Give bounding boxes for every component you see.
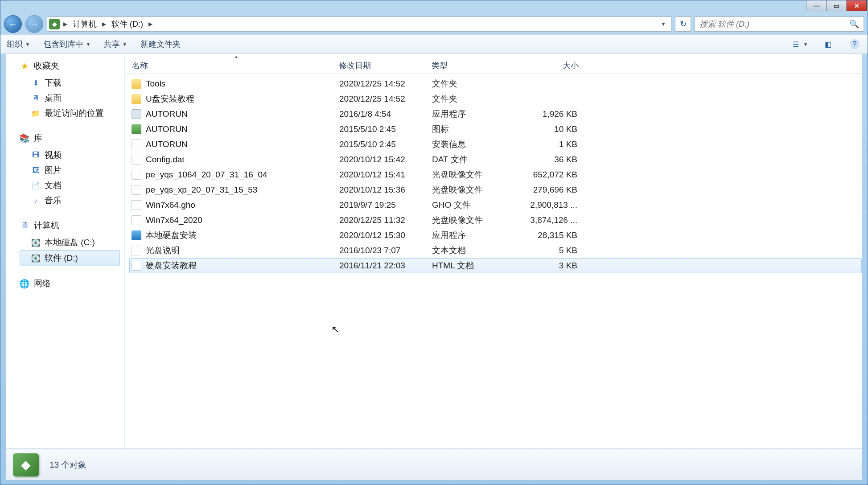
- file-size: 28,315 KB: [526, 230, 584, 240]
- favorites-label: 收藏夹: [34, 60, 59, 72]
- file-size: 3,874,126 ...: [526, 215, 584, 225]
- breadcrumb-sep-icon[interactable]: ▶: [147, 21, 154, 27]
- column-size[interactable]: 大小: [525, 60, 583, 71]
- sidebar-item-documents[interactable]: 📄文档: [20, 178, 124, 193]
- sidebar-network[interactable]: 🌐网络: [20, 278, 124, 289]
- file-size: 652,072 KB: [526, 170, 584, 180]
- titlebar[interactable]: — ▭ ✕: [0, 0, 868, 14]
- search-box[interactable]: 🔍: [695, 16, 864, 32]
- file-row[interactable]: 硬盘安装教程2016/11/21 22:03HTML 文档3 KB: [129, 258, 862, 273]
- file-name: Tools: [146, 79, 165, 89]
- navbar: ← → ◆ ▶ 计算机 ▶ 软件 (D:) ▶ ▾ ↻ 🔍: [0, 14, 868, 34]
- column-name[interactable]: 名称: [129, 60, 339, 71]
- new-folder-button[interactable]: 新建文件夹: [140, 39, 181, 49]
- file-row[interactable]: Win7x64_20202020/12/25 11:32光盘映像文件3,874,…: [129, 213, 862, 228]
- sidebar-item-videos[interactable]: 🎞视频: [20, 148, 124, 163]
- breadcrumb-drive-d[interactable]: 软件 (D:): [108, 17, 147, 31]
- sidebar-library[interactable]: 📚库: [20, 132, 124, 144]
- pictures-label: 图片: [45, 164, 62, 176]
- file-row[interactable]: 光盘说明2016/10/23 7:07文本文档5 KB: [129, 243, 862, 258]
- sidebar-item-disk-d[interactable]: 💽软件 (D:): [20, 250, 120, 266]
- maximize-button[interactable]: ▭: [827, 0, 847, 11]
- file-icon: [132, 79, 141, 89]
- include-in-library-menu[interactable]: 包含到库中▼: [43, 39, 91, 49]
- minimize-button[interactable]: —: [806, 0, 827, 11]
- file-row[interactable]: Win7x64.gho2019/9/7 19:25GHO 文件2,900,813…: [129, 197, 862, 213]
- file-name: 光盘说明: [146, 245, 180, 256]
- file-type: 文件夹: [432, 93, 526, 105]
- sidebar-item-pictures[interactable]: 🖼图片: [20, 163, 124, 178]
- file-size: 10 KB: [526, 124, 584, 134]
- file-date: 2020/12/25 14:52: [339, 94, 432, 104]
- window-buttons: — ▭ ✕: [806, 0, 867, 11]
- picture-icon: 🖼: [31, 166, 40, 175]
- file-date: 2020/10/12 15:42: [339, 155, 432, 164]
- file-row[interactable]: U盘安装教程2020/12/25 14:52文件夹: [129, 91, 862, 107]
- file-date: 2016/11/21 22:03: [339, 261, 432, 271]
- share-label: 共享: [104, 39, 120, 49]
- sidebar-item-recent[interactable]: 📁最近访问的位置: [20, 106, 124, 121]
- computer-icon: 🖥: [20, 221, 29, 230]
- file-name: Config.dat: [146, 155, 185, 164]
- sidebar-computer-group: 🖥计算机 💽本地磁盘 (C:) 💽软件 (D:): [20, 220, 124, 266]
- column-date[interactable]: 修改日期: [339, 60, 432, 71]
- file-row[interactable]: Config.dat2020/10/12 15:42DAT 文件36 KB: [129, 152, 862, 167]
- breadcrumb-sep-icon[interactable]: ▶: [100, 21, 108, 27]
- file-row[interactable]: Tools2020/12/25 14:52文件夹: [129, 76, 862, 91]
- maximize-icon: ▭: [834, 2, 839, 9]
- file-name: AUTORUN: [146, 109, 188, 119]
- file-row[interactable]: 本地硬盘安装2020/10/12 15:30应用程序28,315 KB: [129, 228, 862, 243]
- sidebar-item-local-disk-c[interactable]: 💽本地磁盘 (C:): [20, 235, 124, 250]
- sidebar-item-music[interactable]: ♪音乐: [20, 193, 124, 208]
- documents-label: 文档: [45, 180, 62, 191]
- sidebar-computer[interactable]: 🖥计算机: [20, 220, 124, 231]
- preview-pane-button[interactable]: ◧: [821, 38, 835, 50]
- address-bar[interactable]: ◆ ▶ 计算机 ▶ 软件 (D:) ▶ ▾: [47, 16, 671, 32]
- address-dropdown[interactable]: ▾: [657, 17, 669, 31]
- preview-icon: ◧: [825, 40, 831, 49]
- help-button[interactable]: ?: [848, 38, 861, 50]
- close-icon: ✕: [854, 2, 860, 9]
- sidebar-item-downloads[interactable]: ⬇下载: [20, 75, 124, 90]
- file-type: HTML 文档: [432, 260, 526, 271]
- back-button[interactable]: ←: [4, 15, 22, 33]
- newfolder-label: 新建文件夹: [140, 39, 181, 49]
- file-name: Win7x64.gho: [146, 200, 195, 210]
- close-button[interactable]: ✕: [847, 0, 867, 11]
- file-list-pane: ▲ 名称 修改日期 类型 大小 Tools2020/12/25 14:52文件夹…: [125, 54, 862, 448]
- file-icon: [132, 155, 141, 164]
- video-icon: 🎞: [31, 151, 40, 160]
- desktop-label: 桌面: [45, 92, 62, 104]
- sidebar-favorites[interactable]: ★收藏夹: [20, 60, 124, 72]
- chevron-down-icon: ▼: [86, 42, 91, 47]
- search-input[interactable]: [699, 20, 849, 29]
- forward-button[interactable]: →: [25, 15, 43, 33]
- navigation-pane: ★收藏夹 ⬇下载 🖥桌面 📁最近访问的位置 📚库 🎞视频 🖼图片 📄文档 ♪音乐…: [6, 54, 125, 448]
- drive-icon: ◆: [49, 19, 60, 29]
- view-mode-button[interactable]: ☰ ▼: [789, 38, 808, 50]
- file-icon: [132, 246, 141, 255]
- file-date: 2015/5/10 2:45: [339, 124, 432, 134]
- disk-d-label: 软件 (D:): [45, 252, 78, 264]
- file-icon: [132, 215, 141, 225]
- file-row[interactable]: AUTORUN2015/5/10 2:45安装信息1 KB: [129, 137, 862, 152]
- file-row[interactable]: pe_yqs_1064_20_07_31_16_042020/10/12 15:…: [129, 167, 862, 182]
- sidebar-library-group: 📚库 🎞视频 🖼图片 📄文档 ♪音乐: [20, 132, 124, 208]
- file-row[interactable]: AUTORUN2015/5/10 2:45图标10 KB: [129, 122, 862, 137]
- file-row[interactable]: pe_yqs_xp_20_07_31_15_532020/10/12 15:36…: [129, 182, 862, 197]
- breadcrumb-computer[interactable]: 计算机: [69, 17, 100, 31]
- organize-menu[interactable]: 组织▼: [7, 39, 30, 49]
- share-menu[interactable]: 共享▼: [104, 39, 127, 49]
- breadcrumb-sep-icon[interactable]: ▶: [62, 21, 69, 27]
- minimize-icon: —: [814, 2, 820, 9]
- help-icon: ?: [850, 39, 860, 49]
- file-date: 2015/5/10 2:45: [339, 140, 432, 149]
- refresh-button[interactable]: ↻: [675, 16, 691, 32]
- column-type[interactable]: 类型: [432, 60, 525, 71]
- file-row[interactable]: AUTORUN2016/1/8 4:54应用程序1,926 KB: [129, 107, 862, 122]
- search-icon[interactable]: 🔍: [849, 19, 859, 29]
- sidebar-item-desktop[interactable]: 🖥桌面: [20, 90, 124, 106]
- file-icon: [132, 261, 141, 271]
- desktop-icon: 🖥: [31, 94, 40, 103]
- chevron-down-icon: ▼: [803, 42, 808, 47]
